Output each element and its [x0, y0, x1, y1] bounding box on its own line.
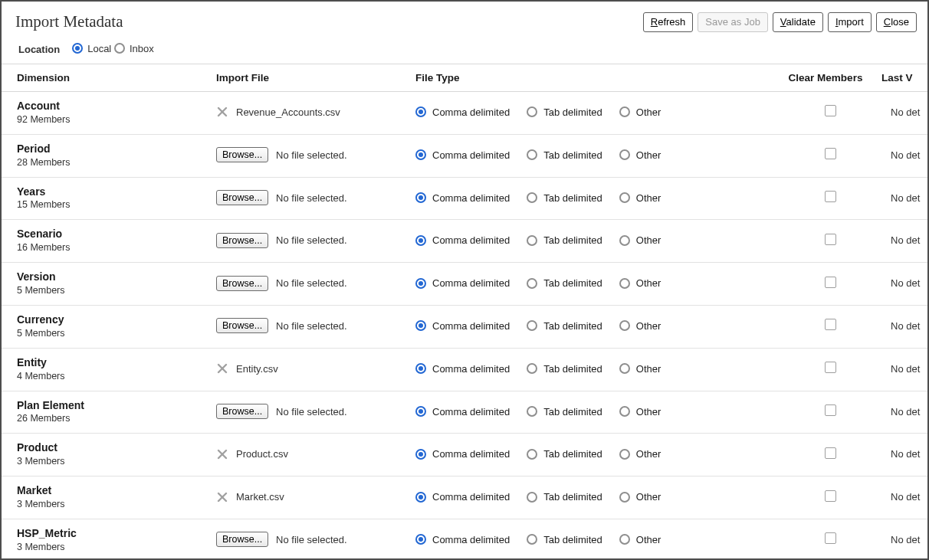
- clear-members-checkbox[interactable]: [825, 277, 836, 288]
- dimension-members: 5 Members: [17, 285, 195, 296]
- browse-button[interactable]: Browse...: [216, 404, 268, 419]
- file-type-radio[interactable]: Comma delimited: [415, 406, 510, 418]
- col-clear-members: Clear Members: [776, 64, 875, 92]
- file-type-radio[interactable]: Other: [619, 534, 661, 545]
- file-type-radio[interactable]: Tab delimited: [527, 149, 602, 161]
- file-type-radio[interactable]: Other: [619, 192, 661, 204]
- file-type-radio[interactable]: Tab delimited: [527, 534, 602, 545]
- clear-members-checkbox[interactable]: [825, 319, 836, 330]
- location-radio-inbox[interactable]: Inbox: [114, 43, 154, 54]
- file-type-radio[interactable]: Comma delimited: [415, 491, 510, 503]
- file-type-radio[interactable]: Comma delimited: [415, 192, 510, 204]
- radio-indicator: [619, 449, 630, 460]
- dimension-name: Version: [17, 270, 195, 283]
- clear-members-checkbox[interactable]: [825, 404, 836, 416]
- dimension-members: 3 Members: [17, 499, 195, 509]
- clear-members-checkbox[interactable]: [825, 447, 836, 459]
- dimension-members: 3 Members: [17, 456, 195, 467]
- last-validated-cell: No det: [875, 134, 927, 177]
- file-type-radio[interactable]: Tab delimited: [527, 192, 602, 204]
- radio-indicator: [619, 149, 630, 160]
- clear-members-checkbox[interactable]: [825, 362, 836, 373]
- browse-button[interactable]: Browse...: [216, 532, 268, 547]
- radio-indicator: [415, 106, 426, 117]
- location-row: Location Local Inbox: [2, 38, 927, 65]
- table-row: Account92 MembersRevenue_Accounts.csvCom…: [2, 92, 927, 135]
- file-type-label: Tab delimited: [543, 192, 602, 204]
- file-type-label: Tab delimited: [543, 320, 602, 332]
- radio-indicator: [527, 363, 537, 374]
- file-type-radio[interactable]: Comma delimited: [415, 320, 510, 332]
- file-type-radio[interactable]: Tab delimited: [527, 363, 602, 375]
- file-type-radio[interactable]: Tab delimited: [527, 448, 602, 460]
- file-type-radio[interactable]: Other: [619, 149, 661, 161]
- last-validated-cell: No det: [875, 177, 927, 220]
- file-type-radio[interactable]: Comma delimited: [415, 149, 510, 161]
- file-type-radio[interactable]: Tab delimited: [527, 320, 602, 332]
- table-row: HSP_Metric3 MembersBrowse...No file sele…: [2, 519, 927, 560]
- close-button[interactable]: Close: [876, 12, 917, 32]
- file-type-radio[interactable]: Comma delimited: [415, 277, 510, 289]
- file-type-radio[interactable]: Other: [619, 448, 661, 460]
- validate-button[interactable]: Validate: [773, 12, 823, 32]
- clear-file-icon[interactable]: [216, 448, 228, 460]
- radio-indicator: [527, 192, 537, 203]
- file-type-radio[interactable]: Other: [619, 234, 661, 246]
- file-type-radio[interactable]: Tab delimited: [527, 491, 602, 503]
- clear-members-checkbox[interactable]: [825, 191, 836, 202]
- radio-indicator: [114, 43, 125, 54]
- no-file-label: No file selected.: [276, 234, 347, 246]
- file-type-radio[interactable]: Other: [619, 363, 661, 375]
- file-type-label: Tab delimited: [543, 448, 602, 460]
- file-type-label: Comma delimited: [432, 491, 510, 503]
- file-type-radio[interactable]: Tab delimited: [527, 106, 602, 118]
- dimension-members: 4 Members: [17, 371, 195, 382]
- dimension-name: Years: [17, 185, 195, 198]
- browse-button[interactable]: Browse...: [216, 318, 268, 333]
- clear-members-checkbox[interactable]: [825, 148, 836, 159]
- radio-indicator: [415, 149, 426, 160]
- dimension-name: Plan Element: [17, 399, 195, 412]
- file-type-radio[interactable]: Other: [619, 491, 661, 503]
- dimension-name: Market: [17, 484, 195, 497]
- radio-indicator: [415, 192, 426, 203]
- radio-indicator: [619, 534, 630, 545]
- file-type-radio[interactable]: Tab delimited: [527, 277, 602, 289]
- file-type-radio[interactable]: Comma delimited: [415, 534, 510, 545]
- radio-indicator: [527, 320, 537, 331]
- browse-button[interactable]: Browse...: [216, 190, 268, 205]
- file-type-radio[interactable]: Tab delimited: [527, 406, 602, 418]
- clear-file-icon[interactable]: [216, 362, 228, 375]
- header: Import Metadata Refresh Save as Job Vali…: [2, 2, 927, 38]
- clear-members-checkbox[interactable]: [825, 105, 836, 116]
- import-button[interactable]: Import: [828, 12, 872, 32]
- file-type-radio[interactable]: Other: [619, 406, 661, 418]
- file-type-radio[interactable]: Comma delimited: [415, 448, 510, 460]
- browse-button[interactable]: Browse...: [216, 276, 268, 291]
- file-type-radio[interactable]: Comma delimited: [415, 106, 510, 118]
- dialog-import-metadata: Import Metadata Refresh Save as Job Vali…: [0, 0, 929, 560]
- radio-indicator: [415, 278, 426, 289]
- table-row: Years15 MembersBrowse...No file selected…: [2, 177, 927, 220]
- file-type-radio[interactable]: Comma delimited: [415, 363, 510, 375]
- clear-members-checkbox[interactable]: [825, 532, 836, 544]
- location-radio-local[interactable]: Local: [72, 43, 111, 54]
- refresh-button[interactable]: Refresh: [643, 12, 694, 32]
- clear-file-icon[interactable]: [216, 106, 228, 118]
- file-type-radio[interactable]: Other: [619, 106, 661, 118]
- file-type-label: Comma delimited: [432, 234, 510, 246]
- clear-members-checkbox[interactable]: [825, 490, 836, 502]
- file-type-radio[interactable]: Other: [619, 320, 661, 332]
- dimension-members: 3 Members: [17, 542, 195, 552]
- clear-members-checkbox[interactable]: [825, 234, 836, 245]
- radio-indicator: [527, 149, 537, 160]
- file-type-radio[interactable]: Other: [619, 277, 661, 289]
- file-type-radio[interactable]: Comma delimited: [415, 234, 510, 246]
- clear-file-icon[interactable]: [216, 491, 228, 503]
- browse-button[interactable]: Browse...: [216, 233, 268, 248]
- file-type-radio[interactable]: Tab delimited: [527, 234, 602, 246]
- file-type-label: Other: [636, 491, 661, 503]
- file-type-label: Tab delimited: [543, 491, 602, 503]
- browse-button[interactable]: Browse...: [216, 147, 268, 162]
- radio-indicator: [527, 106, 537, 117]
